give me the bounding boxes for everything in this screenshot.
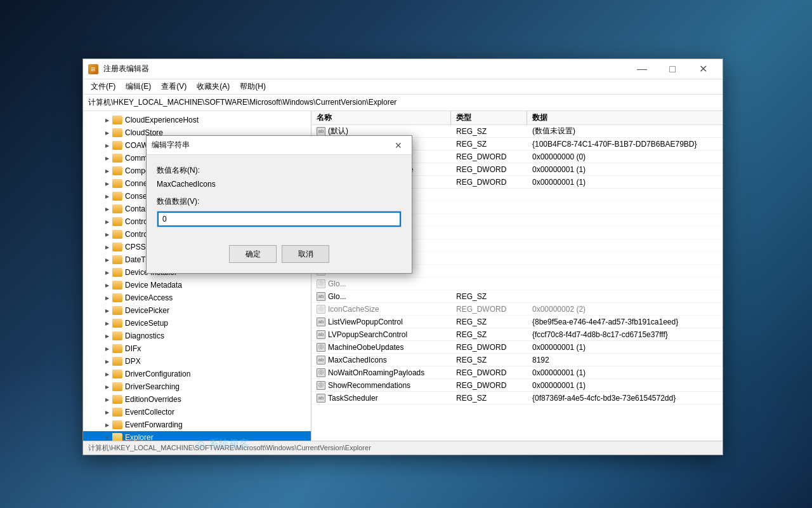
dialog-data-label: 数值数据(V): [157, 196, 402, 207]
dialog-name-value: MaxCachedIcons [157, 180, 402, 189]
dialog-cancel-button[interactable]: 取消 [282, 245, 329, 263]
dialog-overlay: 编辑字符串 ✕ 数值名称(N): MaxCachedIcons 数值数据(V):… [0, 0, 812, 508]
dialog-confirm-button[interactable]: 确定 [229, 245, 277, 263]
dialog-name-label: 数值名称(N): [157, 165, 402, 176]
dialog-buttons: 确定 取消 [147, 240, 412, 273]
edit-string-dialog: 编辑字符串 ✕ 数值名称(N): MaxCachedIcons 数值数据(V):… [146, 135, 412, 274]
dialog-title-bar: 编辑字符串 ✕ [147, 136, 412, 155]
dialog-data-input[interactable] [157, 211, 401, 227]
dialog-title: 编辑字符串 [152, 140, 390, 150]
dialog-close-button[interactable]: ✕ [390, 137, 407, 154]
dialog-body: 数值名称(N): MaxCachedIcons 数值数据(V): [147, 155, 412, 240]
dialog-input-container [157, 211, 402, 227]
